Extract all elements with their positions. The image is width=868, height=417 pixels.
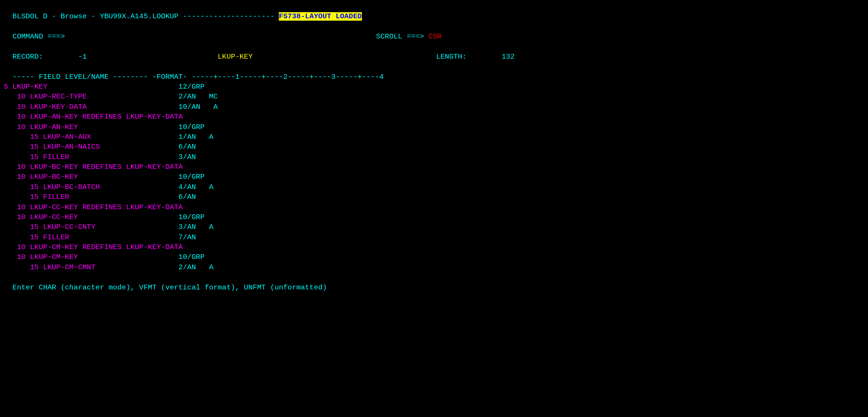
field-indent-level: 15 — [4, 183, 43, 191]
field-list: 5 LKUP-KEY 12/GRP 10 LKUP-REC-TYPE 2/AN … — [4, 82, 864, 273]
field-format: 10/GRP — [178, 123, 205, 131]
field-name: LKUP-CC-KEY — [30, 213, 78, 221]
field-attr-spacing — [196, 92, 209, 101]
field-name: LKUP-CC-KEY REDEFINES LKUP-KEY-DATA — [30, 203, 183, 212]
field-indent-level: 15 — [4, 263, 43, 272]
field-format-spacing — [69, 153, 179, 161]
scroll-arrow-text — [424, 32, 428, 41]
field-format-spacing — [100, 143, 178, 151]
table-row: 10 LKUP-BC-KEY 10/GRP — [4, 172, 864, 182]
table-row: 15 LKUP-CM-CMNT 2/AN A — [4, 263, 864, 273]
field-attr-spacing — [200, 103, 214, 111]
table-row: 15 LKUP-BC-BATCH 4/AN A — [4, 182, 864, 192]
title-text: BLSDOL D - Browse - YBU99X.A145.LOOKUP — [13, 12, 178, 21]
field-format: 10/GRP — [178, 253, 205, 261]
table-row: 10 LKUP-REC-TYPE 2/AN MC — [4, 92, 864, 102]
table-row: 10 LKUP-CM-KEY 10/GRP — [4, 252, 864, 262]
field-indent-level: 10 — [4, 163, 30, 171]
field-indent-level: 15 — [4, 143, 43, 151]
length-value-spacing — [467, 53, 501, 61]
length-spacing — [253, 53, 436, 61]
field-name: LKUP-KEY — [13, 83, 47, 91]
field-format-spacing — [78, 213, 178, 221]
field-format: 4/AN — [178, 183, 196, 191]
field-attr-spacing — [196, 183, 209, 191]
field-format-spacing — [100, 183, 178, 191]
table-row: 10 LKUP-CC-KEY REDEFINES LKUP-KEY-DATA — [4, 203, 864, 212]
field-format-spacing — [87, 92, 178, 101]
field-format: 10/AN — [178, 103, 200, 111]
field-indent-level: 10 — [4, 253, 30, 261]
record-line: RECORD: -1 LKUP-KEY LENGTH: 132 — [4, 42, 864, 62]
field-format-spacing — [95, 223, 178, 231]
table-row: 10 LKUP-AN-KEY REDEFINES LKUP-KEY-DATA — [4, 112, 864, 122]
field-indent-level: 10 — [4, 203, 30, 212]
field-format-spacing — [78, 253, 178, 261]
record-label: RECORD: — [13, 53, 43, 61]
table-row: 15 FILLER 6/AN — [4, 192, 864, 202]
field-format: 10/GRP — [178, 213, 205, 221]
field-name: LKUP-CM-CMNT — [43, 263, 96, 272]
table-row: 5 LKUP-KEY 12/GRP — [4, 82, 864, 92]
field-indent-level: 15 — [4, 233, 43, 242]
table-row: 15 FILLER 3/AN — [4, 152, 864, 162]
field-indent-level: 10 — [4, 113, 30, 121]
field-indent-level: 15 — [4, 153, 43, 161]
footer-line: Enter CHAR (character mode), VFMT (verti… — [4, 273, 864, 293]
field-attr: A — [209, 223, 213, 231]
field-name: LKUP-CC-CNTY — [43, 223, 96, 231]
field-name: LKUP-AN-KEY — [30, 123, 78, 131]
field-indent-level: 10 — [4, 103, 30, 111]
field-name: LKUP-BC-KEY — [30, 173, 78, 181]
command-label: COMMAND ===> — [13, 32, 65, 41]
field-name: LKUP-CM-KEY REDEFINES LKUP-KEY-DATA — [30, 243, 183, 251]
field-name: LKUP-AN-AUX — [43, 133, 91, 141]
field-indent-level: 10 — [4, 243, 30, 251]
field-indent-level: 10 — [4, 92, 30, 101]
field-name: FILLER — [43, 153, 69, 161]
field-format: 3/AN — [178, 153, 196, 161]
column-header-text: ----- FIELD LEVEL/NAME -------- -FORMAT-… — [13, 73, 384, 81]
field-attr: MC — [209, 92, 218, 101]
field-format-spacing — [87, 103, 178, 111]
command-line: COMMAND ===> SCROLL ===> CSR — [4, 22, 864, 42]
command-input[interactable] — [69, 32, 210, 41]
field-format: 7/AN — [178, 233, 196, 242]
field-attr-spacing — [196, 133, 209, 141]
status-badge: FS738-LAYOUT LOADED — [279, 12, 362, 21]
lkup-key-label: LKUP-KEY — [218, 53, 253, 61]
field-indent-level: 10 — [4, 213, 30, 221]
field-name: LKUP-AN-NAICS — [43, 143, 100, 151]
field-format: 6/AN — [178, 143, 196, 151]
field-name: FILLER — [43, 193, 69, 201]
field-attr: A — [214, 103, 218, 111]
field-name: LKUP-BC-KEY REDEFINES LKUP-KEY-DATA — [30, 163, 183, 171]
table-row: 15 LKUP-AN-NAICS 6/AN — [4, 142, 864, 152]
field-name: LKUP-AN-KEY REDEFINES LKUP-KEY-DATA — [30, 113, 183, 121]
table-row: 15 FILLER 7/AN — [4, 233, 864, 243]
field-indent-level: 10 — [4, 173, 30, 181]
field-format: 1/AN — [178, 133, 196, 141]
table-row: 15 LKUP-AN-AUX 1/AN A — [4, 132, 864, 142]
field-attr-spacing — [196, 223, 209, 231]
field-format-spacing — [78, 123, 178, 131]
field-format: 3/AN — [178, 223, 196, 231]
table-row: 10 LKUP-CM-KEY REDEFINES LKUP-KEY-DATA — [4, 243, 864, 252]
column-header: ----- FIELD LEVEL/NAME -------- -FORMAT-… — [4, 62, 864, 82]
field-attr: A — [209, 133, 213, 141]
table-row: 15 LKUP-CC-CNTY 3/AN A — [4, 222, 864, 232]
field-indent-level: 10 — [4, 123, 30, 131]
field-indent-level: 15 — [4, 193, 43, 201]
record-spacing — [43, 53, 78, 61]
field-indent-level: 15 — [4, 133, 43, 141]
lkup-key-spacing — [87, 53, 218, 61]
command-arrow — [65, 32, 69, 41]
field-name: FILLER — [43, 233, 69, 242]
scroll-label: SCROLL ===> — [376, 32, 424, 41]
field-format-spacing — [69, 193, 179, 201]
field-format-spacing — [95, 263, 178, 272]
field-format: 10/GRP — [178, 173, 205, 181]
field-attr: A — [209, 263, 213, 272]
field-name: LKUP-REC-TYPE — [30, 92, 87, 101]
table-row: 10 LKUP-CC-KEY 10/GRP — [4, 212, 864, 222]
